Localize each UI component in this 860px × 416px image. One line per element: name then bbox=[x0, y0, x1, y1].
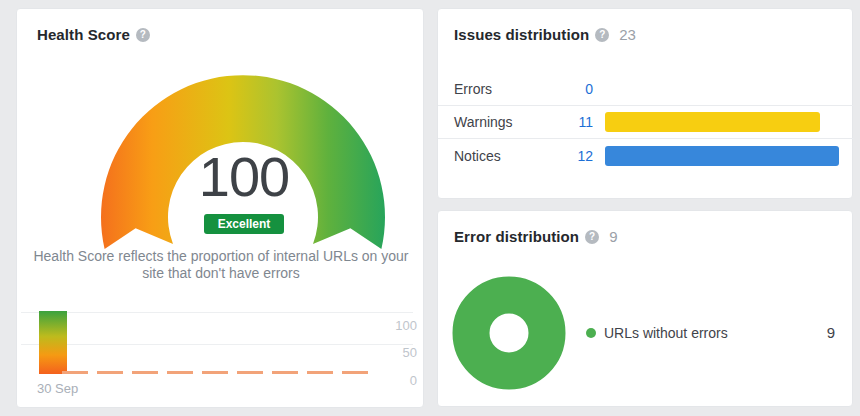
errors-count-link[interactable]: 0 bbox=[577, 81, 593, 97]
donut-legend: URLs without errors 9 bbox=[586, 324, 835, 341]
health-score-value: 100 bbox=[179, 149, 309, 205]
health-score-status-badge: Excellent bbox=[204, 214, 285, 234]
issues-rows: Errors 0 Warnings 11 Notices 12 bbox=[438, 73, 854, 172]
gridline-50 bbox=[21, 344, 413, 345]
legend-label: URLs without errors bbox=[604, 325, 728, 341]
notices-count-link[interactable]: 12 bbox=[577, 148, 593, 164]
health-score-description: Health Score reflects the proportion of … bbox=[31, 248, 411, 282]
issue-label: Errors bbox=[454, 81, 577, 97]
legend-value: 9 bbox=[827, 324, 835, 341]
health-score-header: Health Score ? bbox=[37, 26, 150, 43]
health-score-gauge: 100 Excellent bbox=[83, 63, 403, 268]
issue-label: Notices bbox=[454, 148, 577, 164]
issue-row-errors: Errors 0 bbox=[438, 73, 854, 106]
issues-distribution-header: Issues distribution ? 23 bbox=[454, 26, 636, 43]
health-score-card: Health Score ? 100 Excellent Health Scor… bbox=[16, 8, 424, 408]
ytick-100: 100 bbox=[377, 318, 417, 333]
issues-total-count: 23 bbox=[619, 26, 636, 43]
donut-ring bbox=[471, 295, 547, 371]
error-total-count: 9 bbox=[609, 228, 617, 245]
issue-label: Warnings bbox=[454, 114, 577, 130]
health-score-badge-row: Excellent bbox=[179, 214, 309, 234]
error-donut-chart bbox=[449, 273, 569, 393]
trend-zero-dashes bbox=[62, 371, 368, 374]
error-distribution-card: Error distribution ? 9 URLs without erro… bbox=[437, 210, 853, 407]
health-score-title: Health Score bbox=[37, 26, 130, 43]
gridline-100 bbox=[21, 312, 413, 313]
issue-row-notices: Notices 12 bbox=[438, 139, 854, 172]
error-distribution-title: Error distribution bbox=[454, 228, 579, 245]
trend-bar[interactable] bbox=[39, 311, 67, 374]
issue-row-warnings: Warnings 11 bbox=[438, 106, 854, 139]
legend-dot bbox=[586, 328, 596, 338]
xtick-date: 30 Sep bbox=[37, 381, 78, 396]
notices-bar[interactable] bbox=[605, 146, 839, 166]
error-distribution-header: Error distribution ? 9 bbox=[454, 228, 617, 245]
ytick-50: 50 bbox=[377, 345, 417, 360]
help-icon[interactable]: ? bbox=[136, 28, 150, 42]
issues-distribution-card: Issues distribution ? 23 Errors 0 Warnin… bbox=[437, 8, 853, 199]
help-icon[interactable]: ? bbox=[585, 230, 599, 244]
help-icon[interactable]: ? bbox=[595, 28, 609, 42]
donut-svg[interactable] bbox=[449, 273, 569, 393]
description-line: Health Score reflects the proportion of … bbox=[31, 248, 411, 265]
health-score-trend-chart: 100 50 0 30 Sep bbox=[21, 303, 417, 405]
description-line: site that don't have errors bbox=[31, 265, 411, 282]
issues-distribution-title: Issues distribution bbox=[454, 26, 589, 43]
ytick-0: 0 bbox=[377, 373, 417, 388]
warnings-count-link[interactable]: 11 bbox=[577, 114, 593, 130]
warnings-bar[interactable] bbox=[605, 112, 820, 132]
